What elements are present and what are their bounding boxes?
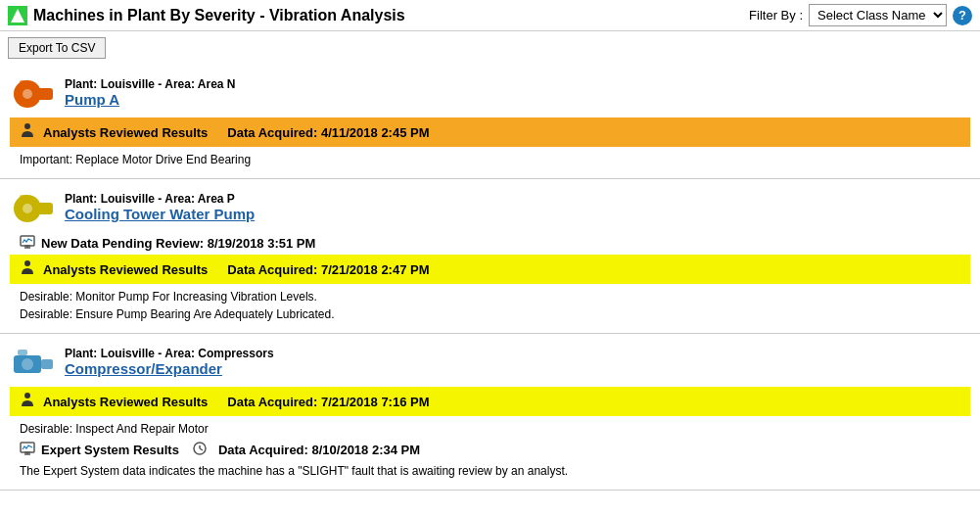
analyst-icon <box>20 122 35 142</box>
data-acquired: Data Acquired: 7/21/2018 2:47 PM <box>227 262 429 277</box>
title-icon <box>8 6 27 25</box>
pending-bar-cooling-tower-0: New Data Pending Review: 8/19/2018 3:51 … <box>10 232 970 255</box>
machine-section-pump-a: Plant: Louisville - Area: Area NPump A A… <box>0 65 980 179</box>
machine-section-compressor: Plant: Louisville - Area: CompressorsCom… <box>0 334 980 491</box>
svg-rect-4 <box>20 80 27 86</box>
reviewed-bar-compressor-0: Analysts Reviewed Results Data Acquired:… <box>10 387 970 416</box>
svg-point-6 <box>24 123 30 129</box>
machine-header-pump-a: Plant: Louisville - Area: Area NPump A <box>10 72 970 112</box>
machines-list: Plant: Louisville - Area: Area NPump A A… <box>0 65 980 491</box>
export-csv-button[interactable]: Export To CSV <box>8 37 106 59</box>
machine-section-cooling-tower: Plant: Louisville - Area: Area PCooling … <box>0 179 980 334</box>
monitor-icon <box>20 442 35 458</box>
machine-icon-compressor <box>10 342 57 381</box>
pending-label: New Data Pending Review: 8/19/2018 3:51 … <box>41 236 315 251</box>
machine-icon-pump-a <box>10 72 57 112</box>
machine-plant-cooling-tower: Plant: Louisville - Area: Area P <box>65 192 255 206</box>
machine-info-pump-a: Plant: Louisville - Area: Area NPump A <box>65 77 236 108</box>
svg-point-20 <box>24 393 30 398</box>
svg-rect-9 <box>20 195 27 201</box>
svg-rect-19 <box>18 350 27 355</box>
reviewed-label: Analysts Reviewed Results <box>43 125 208 140</box>
machine-name-compressor[interactable]: Compressor/Expander <box>65 360 274 377</box>
result-note-pump-a-0-0: Important: Replace Motor Drive End Beari… <box>10 151 970 168</box>
expert-note-compressor-1-0: The Expert System data indicates the mac… <box>10 462 970 480</box>
machine-plant-pump-a: Plant: Louisville - Area: Area N <box>65 77 236 91</box>
data-acquired: Data Acquired: 4/11/2018 2:45 PM <box>227 125 429 140</box>
title-text: Machines in Plant By Severity - Vibratio… <box>33 7 405 24</box>
page-title: Machines in Plant By Severity - Vibratio… <box>8 6 405 25</box>
pending-icon <box>20 235 35 252</box>
filter-area: Filter By : Select Class Name ? <box>749 4 972 26</box>
result-note-cooling-tower-1-1: Desirable: Ensure Pump Bearing Are Adequ… <box>10 305 970 323</box>
machine-header-compressor: Plant: Louisville - Area: CompressorsCom… <box>10 342 970 381</box>
expert-label: Expert System Results <box>41 443 179 457</box>
data-acquired: Data Acquired: 7/21/2018 7:16 PM <box>227 395 429 409</box>
machine-icon-cooling-tower <box>10 187 57 226</box>
svg-point-5 <box>23 89 32 99</box>
reviewed-label: Analysts Reviewed Results <box>43 395 208 409</box>
svg-rect-8 <box>37 203 53 214</box>
reviewed-bar-pump-a-0: Analysts Reviewed Results Data Acquired:… <box>10 117 970 147</box>
machine-name-pump-a[interactable]: Pump A <box>65 91 236 108</box>
page-header: Machines in Plant By Severity - Vibratio… <box>0 0 980 31</box>
filter-label: Filter By : <box>749 8 803 23</box>
machine-header-cooling-tower: Plant: Louisville - Area: Area PCooling … <box>10 187 970 226</box>
svg-point-15 <box>24 260 30 266</box>
clock-icon <box>193 442 207 458</box>
svg-rect-17 <box>41 359 53 369</box>
svg-rect-3 <box>37 88 53 100</box>
svg-point-18 <box>22 358 33 370</box>
class-name-select[interactable]: Select Class Name <box>809 4 947 26</box>
reviewed-bar-cooling-tower-1: Analysts Reviewed Results Data Acquired:… <box>10 255 970 284</box>
machine-name-cooling-tower[interactable]: Cooling Tower Water Pump <box>65 206 255 222</box>
result-note-cooling-tower-1-0: Desirable: Monitor Pump For Increasing V… <box>10 288 970 305</box>
machine-info-compressor: Plant: Louisville - Area: CompressorsCom… <box>65 347 274 377</box>
svg-point-10 <box>23 204 32 213</box>
reviewed-label: Analysts Reviewed Results <box>43 262 208 277</box>
result-note-compressor-0-0: Desirable: Inspect And Repair Motor <box>10 420 970 438</box>
expert-bar-compressor-1: Expert System Results Data Acquired: 8/1… <box>10 438 970 462</box>
machine-plant-compressor: Plant: Louisville - Area: Compressors <box>65 347 274 360</box>
expert-data-acquired: Data Acquired: 8/10/2018 2:34 PM <box>218 443 420 457</box>
machine-info-cooling-tower: Plant: Louisville - Area: Area PCooling … <box>65 192 255 222</box>
toolbar: Export To CSV <box>0 31 980 65</box>
svg-line-27 <box>200 448 203 450</box>
help-button[interactable]: ? <box>953 6 972 25</box>
analyst-icon <box>20 392 35 411</box>
analyst-icon <box>20 259 35 279</box>
